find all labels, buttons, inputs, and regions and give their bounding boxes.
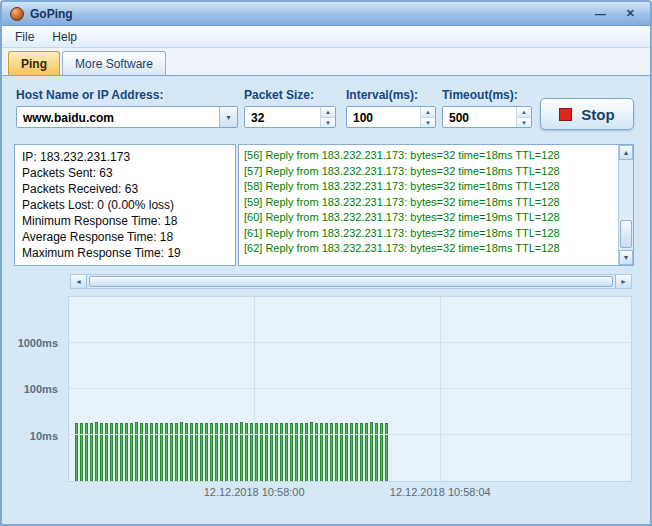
ping-bar bbox=[310, 422, 313, 481]
stat-line: Maximum Response Time: 19 bbox=[22, 245, 228, 261]
ping-bar bbox=[115, 423, 118, 481]
close-button[interactable]: ✕ bbox=[619, 7, 642, 20]
tab-strip: PingMore Software bbox=[2, 48, 650, 76]
ping-bar bbox=[85, 423, 88, 481]
ping-bar bbox=[275, 423, 278, 481]
ping-bar bbox=[175, 423, 178, 481]
scroll-down-icon[interactable]: ▼ bbox=[619, 250, 633, 265]
ping-bar bbox=[385, 423, 388, 481]
stat-line: Average Response Time: 18 bbox=[22, 229, 228, 245]
ping-bar bbox=[240, 422, 243, 481]
ping-bar bbox=[75, 423, 78, 481]
log-line: [62] Reply from 183.232.231.173: bytes=3… bbox=[244, 241, 613, 257]
packet-size-value: 32 bbox=[245, 107, 320, 127]
scroll-left-icon[interactable]: ◄ bbox=[71, 275, 87, 288]
chart-scrollbar-thumb[interactable] bbox=[89, 276, 613, 287]
h-gridline bbox=[69, 342, 631, 343]
log-scrollbar[interactable]: ▲ ▼ bbox=[618, 145, 633, 265]
ping-bar bbox=[160, 423, 163, 481]
spin-up-icon[interactable]: ▲ bbox=[321, 107, 335, 118]
host-label: Host Name or IP Address: bbox=[16, 88, 163, 102]
app-window: GoPing — ✕ FileHelp PingMore Software Ho… bbox=[0, 0, 652, 526]
ping-bar bbox=[380, 423, 383, 481]
interval-value: 100 bbox=[347, 107, 420, 127]
spin-up-icon[interactable]: ▲ bbox=[421, 107, 435, 118]
interval-spinner: ▲ ▼ bbox=[420, 107, 435, 127]
menu-item-file[interactable]: File bbox=[6, 27, 43, 47]
ping-bar bbox=[150, 423, 153, 481]
ping-bar bbox=[200, 423, 203, 481]
ping-bar bbox=[145, 423, 148, 481]
scroll-right-icon[interactable]: ► bbox=[615, 275, 631, 288]
log-scrollbar-thumb[interactable] bbox=[620, 220, 632, 248]
tab-ping[interactable]: Ping bbox=[8, 51, 60, 75]
chart-scrollbar-track[interactable] bbox=[87, 275, 615, 288]
stop-icon bbox=[559, 108, 572, 121]
scroll-up-icon[interactable]: ▲ bbox=[619, 145, 633, 160]
stop-button-label: Stop bbox=[581, 106, 614, 123]
spin-down-icon[interactable]: ▼ bbox=[421, 118, 435, 128]
ping-bar bbox=[270, 423, 273, 481]
interval-label: Interval(ms): bbox=[346, 88, 418, 102]
title-bar[interactable]: GoPing — ✕ bbox=[2, 2, 650, 26]
interval-input[interactable]: 100 ▲ ▼ bbox=[346, 106, 436, 128]
stats-panel: IP: 183.232.231.173Packets Sent: 63Packe… bbox=[14, 144, 236, 266]
tab-more-software[interactable]: More Software bbox=[62, 51, 166, 75]
ping-bar bbox=[155, 423, 158, 481]
timeout-input[interactable]: 500 ▲ ▼ bbox=[442, 106, 532, 128]
ping-bar bbox=[135, 422, 138, 481]
ping-bar bbox=[330, 423, 333, 481]
ping-bar bbox=[300, 423, 303, 481]
menu-item-help[interactable]: Help bbox=[43, 27, 86, 47]
stat-line: Packets Received: 63 bbox=[22, 181, 228, 197]
chart-y-axis: 1000ms100ms10ms bbox=[4, 296, 66, 482]
chart-plot bbox=[68, 296, 632, 482]
chevron-down-icon: ▼ bbox=[225, 114, 232, 121]
ping-bar bbox=[285, 423, 288, 481]
packet-size-spinner: ▲ ▼ bbox=[320, 107, 335, 127]
ping-bar bbox=[215, 423, 218, 481]
ping-bar bbox=[315, 423, 318, 481]
ping-bar bbox=[335, 423, 338, 481]
spin-down-icon[interactable]: ▼ bbox=[321, 118, 335, 128]
ping-bar bbox=[105, 423, 108, 481]
stop-button[interactable]: Stop bbox=[540, 98, 634, 130]
minimize-button[interactable]: — bbox=[588, 8, 613, 20]
packet-size-label: Packet Size: bbox=[244, 88, 314, 102]
ping-bar bbox=[225, 423, 228, 481]
ping-bar bbox=[280, 423, 283, 481]
ping-bar bbox=[365, 423, 368, 481]
ping-bar bbox=[170, 423, 173, 481]
chart-x-axis: 12.12.2018 10:58:0012.12.2018 10:58:04 bbox=[68, 486, 632, 502]
timeout-spinner: ▲ ▼ bbox=[516, 107, 531, 127]
ping-bar bbox=[265, 423, 268, 481]
chart-scrollbar[interactable]: ◄ ► bbox=[70, 274, 632, 289]
ping-bar bbox=[140, 423, 143, 481]
host-combobox[interactable]: www.baidu.com ▼ bbox=[16, 106, 238, 128]
host-dropdown-button[interactable]: ▼ bbox=[219, 107, 237, 127]
ping-bar bbox=[350, 423, 353, 481]
h-gridline bbox=[69, 434, 631, 435]
menu-bar: FileHelp bbox=[2, 26, 650, 48]
spin-down-icon[interactable]: ▼ bbox=[517, 118, 531, 128]
ping-bar bbox=[195, 423, 198, 481]
y-tick-label: 100ms bbox=[24, 383, 58, 395]
ping-bar bbox=[305, 423, 308, 481]
ping-bar bbox=[320, 423, 323, 481]
stat-line: Minimum Response Time: 18 bbox=[22, 213, 228, 229]
packet-size-input[interactable]: 32 ▲ ▼ bbox=[244, 106, 336, 128]
log-list: [56] Reply from 183.232.231.173: bytes=3… bbox=[239, 145, 618, 265]
window-title: GoPing bbox=[30, 7, 582, 21]
ping-bar bbox=[245, 423, 248, 481]
stat-line: Packets Sent: 63 bbox=[22, 165, 228, 181]
ping-bar bbox=[290, 423, 293, 481]
log-scrollbar-track[interactable] bbox=[619, 160, 633, 250]
stat-line: Packets Lost: 0 (0.00% loss) bbox=[22, 197, 228, 213]
ping-bar bbox=[190, 423, 193, 481]
x-tick-label: 12.12.2018 10:58:00 bbox=[179, 486, 329, 498]
ping-bar bbox=[185, 423, 188, 481]
ping-bar bbox=[355, 423, 358, 481]
log-line: [56] Reply from 183.232.231.173: bytes=3… bbox=[244, 148, 613, 164]
ping-bar bbox=[220, 423, 223, 481]
spin-up-icon[interactable]: ▲ bbox=[517, 107, 531, 118]
